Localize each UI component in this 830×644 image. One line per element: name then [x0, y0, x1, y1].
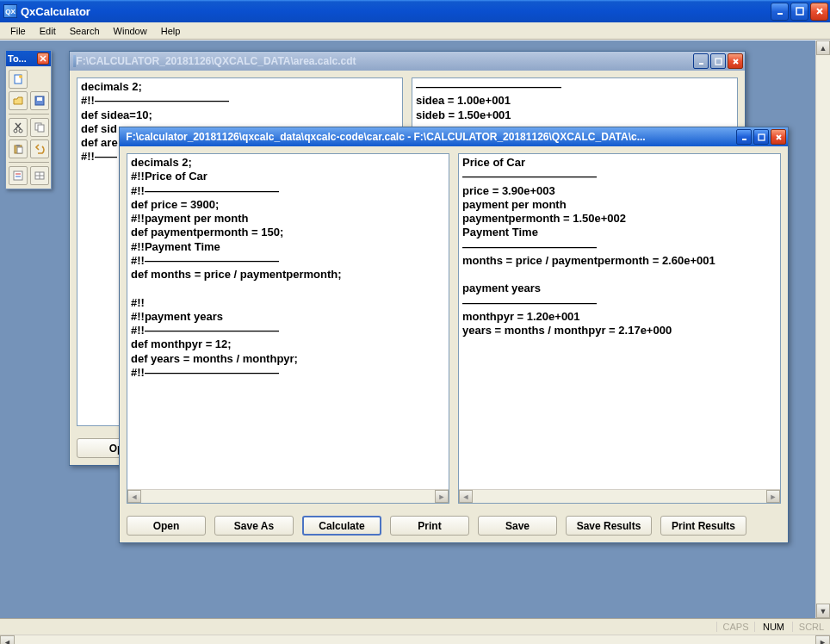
doc-maximize-button[interactable] [710, 53, 726, 69]
menubar: File Edit Search Window Help [0, 22, 830, 40]
print-button[interactable]: Print [390, 516, 469, 536]
doc-titlebar-area[interactable]: F:\CALCULATOR_20181126\QXCALC_DATA\area.… [70, 52, 745, 71]
save-button[interactable]: Save [478, 516, 557, 536]
svg-rect-9 [759, 134, 765, 140]
svg-point-21 [19, 129, 22, 133]
source-code-car[interactable]: decimals 2; #!!Price of Car #!!—————————… [127, 154, 449, 489]
minimize-button[interactable] [771, 3, 789, 21]
doc-close-button[interactable] [771, 129, 786, 145]
svg-rect-27 [14, 171, 22, 180]
menu-file[interactable]: File [3, 24, 33, 38]
menu-edit[interactable]: Edit [33, 24, 63, 38]
svg-rect-25 [16, 145, 20, 146]
doc-title-area: F:\CALCULATOR_20181126\QXCALC_DATA\area.… [76, 55, 693, 67]
save-icon[interactable] [30, 91, 49, 110]
toolbox-separator [9, 114, 49, 115]
toolbox-close-button[interactable] [37, 53, 49, 65]
menu-help[interactable]: Help [154, 24, 188, 38]
open-button[interactable]: Open [127, 516, 206, 536]
scroll-left-icon[interactable]: ◄ [459, 490, 473, 503]
doc-title-car: F:\calculator_20181126\qxcalc_data\qxcal… [126, 131, 736, 143]
open-icon[interactable] [9, 91, 28, 110]
close-button[interactable] [810, 3, 828, 21]
num-indicator: NUM [754, 622, 792, 632]
mdi-client-area: F:\CALCULATOR_20181126\QXCALC_DATA\area.… [0, 40, 830, 618]
doc-minimize-button[interactable] [736, 129, 752, 145]
calculate-button[interactable]: Calculate [302, 516, 381, 536]
caps-indicator: CAPS [716, 622, 754, 632]
doc-titlebar-car[interactable]: F:\calculator_20181126\qxcalc_data\qxcal… [120, 127, 788, 146]
table-icon[interactable] [30, 166, 49, 185]
scroll-up-icon[interactable]: ▲ [816, 40, 830, 55]
app-icon: QX [3, 4, 17, 18]
svg-rect-26 [17, 147, 22, 153]
output-text-car: Price of Car ———————————— price = 3.90e+… [459, 154, 780, 489]
main-titlebar: QX QxCalculator [0, 0, 830, 22]
doc-window-car[interactable]: F:\calculator_20181126\qxcalc_data\qxcal… [119, 127, 789, 543]
scroll-right-icon[interactable]: ► [815, 635, 830, 644]
scroll-left-icon[interactable]: ◄ [127, 490, 141, 503]
svg-rect-1 [796, 8, 803, 15]
window-title: QxCalculator [21, 5, 90, 18]
save-results-button[interactable]: Save Results [566, 516, 652, 536]
main-horizontal-scrollbar[interactable]: ◄ ► [0, 635, 830, 644]
source-hscroll[interactable]: ◄ ► [127, 489, 449, 503]
doc-maximize-button[interactable] [753, 129, 769, 145]
source-panel-car: decimals 2; #!!Price of Car #!!—————————… [127, 153, 449, 504]
new-icon[interactable] [9, 70, 28, 89]
doc-close-button[interactable] [728, 53, 743, 69]
copy-icon[interactable] [30, 118, 49, 137]
output-hscroll[interactable]: ◄ ► [459, 489, 780, 503]
svg-point-20 [14, 129, 17, 133]
doc-minimize-button[interactable] [693, 53, 709, 69]
status-bar: CAPS NUM SCRL [0, 618, 830, 635]
svg-rect-23 [38, 125, 44, 132]
menu-search[interactable]: Search [63, 24, 107, 38]
svg-rect-17 [37, 97, 42, 101]
scroll-right-icon[interactable]: ► [435, 490, 449, 503]
maximize-button[interactable] [790, 3, 808, 21]
menu-window[interactable]: Window [107, 24, 154, 38]
save-as-button[interactable]: Save As [214, 516, 294, 536]
toolbox-title: To... [8, 53, 27, 64]
scroll-right-icon[interactable]: ► [766, 490, 780, 503]
toolbox-titlebar[interactable]: To... [6, 51, 51, 66]
cut-icon[interactable] [9, 118, 28, 137]
mdi-vertical-scrollbar[interactable]: ▲ ▼ [815, 40, 830, 618]
properties-icon[interactable] [9, 166, 28, 185]
toolbox-separator [9, 162, 49, 163]
paste-icon[interactable] [9, 139, 28, 158]
scrl-indicator: SCRL [792, 622, 830, 632]
scroll-down-icon[interactable]: ▼ [816, 604, 830, 618]
print-results-button[interactable]: Print Results [660, 516, 746, 536]
svg-point-15 [19, 75, 22, 78]
scroll-left-icon[interactable]: ◄ [0, 635, 15, 644]
toolbox-palette[interactable]: To... [5, 50, 52, 189]
undo-icon[interactable] [30, 139, 49, 158]
svg-rect-5 [715, 59, 722, 65]
output-panel-car: Price of Car ———————————— price = 3.90e+… [458, 153, 781, 504]
